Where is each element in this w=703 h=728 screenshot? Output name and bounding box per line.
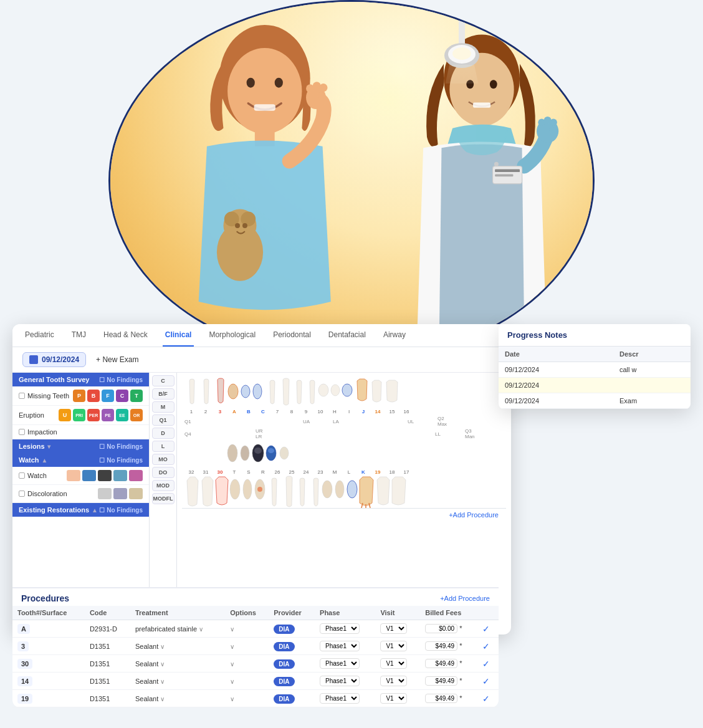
proc-phase-2: Phase1 — [315, 655, 375, 673]
upper-teeth-svg — [183, 378, 414, 408]
watch-badge-2[interactable] — [82, 470, 96, 481]
badge-pri[interactable]: PRI — [73, 409, 85, 421]
btn-q1[interactable]: Q1 — [152, 414, 175, 426]
impaction-label: Impaction — [19, 428, 57, 436]
watch-item-checkbox[interactable] — [19, 472, 25, 479]
btn-bf[interactable]: B/F — [152, 388, 175, 400]
proc-options-4: ∨ — [225, 690, 269, 707]
proc-tooth-1: 3 — [12, 638, 85, 655]
col-phase: Phase — [315, 606, 375, 620]
svg-point-52 — [322, 481, 332, 498]
general-tooth-survey-header: General Tooth Survey ☐ No Findings — [12, 373, 149, 386]
proc-options-1: ∨ — [225, 638, 269, 655]
btn-l[interactable]: L — [152, 441, 175, 452]
progress-notes-header: Progress Notes — [499, 324, 691, 347]
btn-d[interactable]: D — [152, 428, 175, 439]
proc-options-3: ∨ — [225, 673, 269, 690]
discolor-badge-2[interactable] — [113, 488, 127, 499]
note-row: 09/12/2024 — [499, 378, 691, 393]
svg-point-15 — [319, 84, 327, 92]
btn-mod[interactable]: MOD — [152, 480, 175, 491]
svg-rect-4 — [254, 104, 275, 111]
middle-tooth-row — [182, 442, 506, 467]
exam-date: 09/12/2024 — [42, 355, 79, 364]
badge-ee[interactable]: EE — [116, 409, 128, 421]
tab-dentafacial[interactable]: Dentafacial — [326, 324, 368, 347]
btn-m[interactable]: M — [152, 401, 175, 413]
badge-per[interactable]: PER — [87, 409, 100, 421]
proc-phase-4: Phase1 — [315, 690, 375, 707]
tab-clinical[interactable]: Clinical — [163, 324, 194, 347]
proc-phase-0: Phase1 — [315, 620, 375, 638]
svg-point-34 — [494, 161, 499, 166]
proc-treatment-3: Sealant ∨ — [130, 673, 225, 690]
badge-f[interactable]: F — [102, 390, 114, 402]
badge-c[interactable]: C — [116, 390, 128, 402]
btn-do[interactable]: DO — [152, 467, 175, 478]
discoloration-checkbox[interactable] — [19, 491, 25, 497]
proc-visit-4: V1 — [375, 690, 420, 707]
proc-treatment-1: Sealant ∨ — [130, 638, 225, 655]
tab-tmj[interactable]: TMJ — [69, 324, 88, 347]
btn-c[interactable]: C — [152, 375, 175, 386]
add-procedure-link[interactable]: +Add Procedure — [182, 508, 506, 521]
proc-visit-0: V1 — [375, 620, 420, 638]
watch-item-label: Watch — [19, 472, 47, 479]
date-badge[interactable]: 09/12/2024 — [22, 352, 86, 367]
proc-code-1: D1351 — [85, 638, 130, 655]
btn-modfl[interactable]: MODFL — [152, 493, 175, 504]
svg-point-1 — [227, 48, 302, 134]
no-findings-lesions: ☐ No Findings — [99, 443, 143, 450]
watch-badge-4[interactable] — [113, 470, 127, 481]
procedures-header: Procedures +Add Procedure — [12, 588, 499, 606]
eruption-label: Eruption — [19, 411, 44, 419]
proc-phase-1: Phase1 — [315, 638, 375, 655]
btn-mo[interactable]: MO — [152, 454, 175, 465]
discolor-badge-3[interactable] — [129, 488, 143, 499]
svg-point-20 — [452, 47, 471, 60]
proc-check-3: ✓ — [477, 673, 499, 690]
notes-table: Date Descr 09/12/2024 call w 09/12/2024 … — [499, 347, 691, 409]
tab-head-neck[interactable]: Head & Neck — [101, 324, 150, 347]
badge-or[interactable]: OR — [130, 409, 143, 421]
proc-provider-3: DIA — [269, 673, 315, 690]
lesions-arrow: ▾ — [47, 443, 50, 450]
proc-tooth-0: A — [12, 620, 85, 638]
col-treatment: Treatment — [130, 606, 225, 620]
svg-point-42 — [241, 446, 249, 461]
svg-rect-25 — [473, 102, 490, 107]
eruption-row: Eruption U PRI PER PE EE OR — [12, 406, 149, 425]
col-action — [477, 606, 499, 620]
svg-point-30 — [549, 127, 555, 132]
tab-pediatric[interactable]: Pediatric — [22, 324, 57, 347]
note-desc-1 — [613, 378, 691, 393]
col-provider: Provider — [269, 606, 315, 620]
missing-teeth-label: Missing Teeth — [19, 392, 69, 400]
watch-badge-5[interactable] — [129, 470, 143, 481]
badge-pe[interactable]: PE — [102, 409, 114, 421]
missing-teeth-checkbox[interactable] — [19, 393, 25, 399]
watch-badge-3[interactable] — [98, 470, 112, 481]
missing-teeth-row: Missing Teeth P B F C T — [12, 386, 149, 406]
badge-u[interactable]: U — [59, 409, 71, 421]
new-exam-button[interactable]: + New Exam — [96, 355, 138, 364]
svg-point-10 — [235, 223, 240, 228]
discolor-badge-1[interactable] — [98, 488, 112, 499]
svg-point-16 — [318, 92, 325, 98]
tab-morphological[interactable]: Morphological — [206, 324, 258, 347]
tab-periodontal[interactable]: Periodontal — [270, 324, 313, 347]
proc-fee-3: * — [420, 673, 477, 690]
badge-b[interactable]: B — [87, 390, 100, 402]
impaction-checkbox[interactable] — [19, 429, 25, 435]
procedure-row: 3 D1351 Sealant ∨ ∨ DIA Phase1 V1 * ✓ — [12, 638, 499, 655]
add-procedure-button[interactable]: +Add Procedure — [440, 595, 490, 602]
upper-tooth-images — [182, 378, 506, 408]
badge-t[interactable]: T — [130, 390, 143, 402]
tab-airway[interactable]: Airway — [381, 324, 408, 347]
badge-p[interactable]: P — [73, 390, 85, 402]
proc-options-2: ∨ — [225, 655, 269, 673]
watch-badge-1[interactable] — [67, 470, 80, 481]
missing-teeth-badges: P B F C T — [73, 390, 143, 402]
watch-item-row: Watch — [12, 467, 149, 485]
tab-bar: Pediatric TMJ Head & Neck Clinical Morph… — [12, 324, 511, 347]
